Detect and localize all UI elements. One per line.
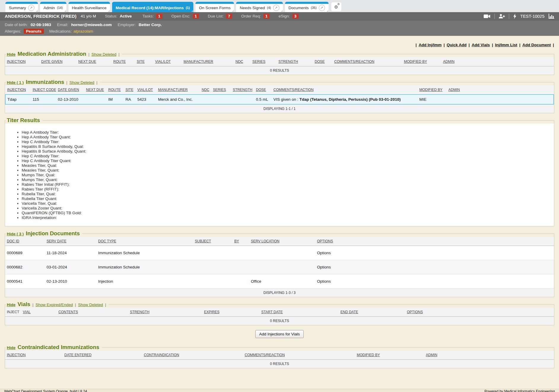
column-header-label[interactable]: ADMIN [443, 60, 455, 64]
table-cell: 5423 [136, 95, 156, 104]
column-header-label[interactable]: MODIFIED BY [404, 60, 427, 64]
displaying-row: DISPLAYING 1-3 / 3 [5, 289, 554, 297]
legend-link-show-expired-ended[interactable]: Show Expired/Ended [36, 303, 73, 307]
bar-chart-icon[interactable] [548, 14, 554, 19]
column-header: DOC ID [5, 237, 45, 246]
column-header-label[interactable]: STRENGTH [130, 310, 149, 314]
column-header-label[interactable]: VIAL/LOT [137, 88, 153, 92]
column-header-label[interactable]: BY [234, 239, 239, 243]
column-header-label[interactable]: MODIFIED BY [357, 353, 380, 357]
stat-count-badge[interactable]: 3 [292, 14, 299, 19]
column-header: INJECTION [5, 85, 31, 95]
column-header-label[interactable]: SITE [125, 88, 133, 92]
action-link-add-inj-imm[interactable]: Add Inj/Imm [419, 43, 442, 47]
column-header: INJECTION [5, 57, 39, 66]
column-header-label[interactable]: STRENGTH [278, 60, 298, 64]
column-header-label[interactable]: START DATE [261, 310, 283, 314]
hide-link[interactable]: Hide ( 3 ) [7, 232, 24, 236]
column-header-label[interactable]: DATE GIVEN [58, 88, 79, 92]
settings-gear-button[interactable]: ⚙⚙ [331, 2, 341, 11]
column-header-label[interactable]: ADMIN [426, 353, 437, 357]
legend-link-show-deleted[interactable]: Show Deleted [69, 80, 94, 85]
column-header-label[interactable]: MODIFIED BY [419, 88, 442, 92]
column-header-label[interactable]: OPTIONS [317, 239, 333, 243]
column-header-label[interactable]: COMMENTS/REACTION [334, 60, 374, 64]
column-header-label[interactable]: CONTRAINDICATION [144, 353, 179, 357]
action-link-add-document[interactable]: Add Document [522, 43, 551, 47]
column-header-label[interactable]: DOSE [315, 60, 325, 64]
column-header-label[interactable]: NEXT DUE [86, 88, 104, 92]
tab[interactable]: Documents(35)↗ [285, 2, 329, 12]
column-header-label[interactable]: VIAL/LOT [155, 60, 171, 64]
stat-count-badge[interactable]: 1 [193, 14, 199, 19]
column-header-label[interactable]: DOSE [256, 88, 266, 92]
tab[interactable]: On Screen Forms [195, 2, 234, 12]
column-header-label[interactable]: ROUTE [113, 60, 126, 64]
add-user-icon[interactable] [499, 14, 505, 19]
column-header-label[interactable]: NDC [202, 88, 209, 92]
column-header-label[interactable]: STRENGTH [233, 88, 252, 92]
tab[interactable]: Health Surveillance [69, 2, 110, 12]
add-injections-for-vials-button[interactable]: Add Injections for Vials [255, 330, 304, 338]
column-header-label[interactable]: DOC TYPE [98, 239, 116, 243]
column-header-label[interactable]: END DATE [340, 310, 358, 314]
column-header-label[interactable]: SERIES [252, 60, 265, 64]
medication-value[interactable]: alprazolam [74, 29, 93, 33]
column-header-label[interactable]: SITE [137, 60, 145, 64]
column-header: SERIES [251, 57, 277, 66]
options-link[interactable]: Options [317, 265, 331, 269]
separator: | [518, 43, 521, 47]
allergy-badge[interactable]: Peanuts [24, 29, 44, 34]
column-header-label[interactable]: SERV LOCATION [251, 239, 279, 243]
column-header-label[interactable]: INJECT CODE [33, 88, 56, 92]
options-link[interactable]: Options [317, 279, 331, 284]
column-header-label[interactable]: ROUTE [108, 88, 121, 92]
options-link[interactable]: Options [317, 251, 331, 255]
open-external-icon[interactable]: ↗ [28, 5, 34, 11]
column-header: SITE [135, 57, 153, 66]
column-header-label[interactable]: NDC [235, 60, 243, 64]
column-header-label[interactable]: VIAL [23, 310, 31, 314]
action-link-add-vials[interactable]: Add Vials [472, 43, 490, 47]
column-header-label[interactable]: INJECTION [7, 60, 26, 64]
action-link-inj-imm-list[interactable]: Inj/Imm List [495, 43, 517, 47]
column-header-label[interactable]: SERIES [213, 88, 226, 92]
column-header-label[interactable]: DOC ID [7, 239, 19, 243]
column-header: ROUTE [106, 85, 124, 95]
column-header-label[interactable]: MANUFACTURER [184, 60, 213, 64]
tab[interactable]: Medical Record (14):MAR/Injections(1) [112, 2, 193, 12]
stat-count-badge[interactable]: 1 [263, 14, 270, 19]
table-row[interactable]: Tdap11502-13-2010IMRA5423Merck and Co., … [5, 95, 554, 104]
legend-link-show-deleted[interactable]: Show Deleted [91, 52, 116, 57]
column-header-label[interactable]: OPTIONS [407, 310, 423, 314]
column-header-label[interactable]: INJECTION [7, 88, 26, 92]
tab[interactable]: Admin(14) [40, 2, 66, 12]
column-header-label[interactable]: MANUFACTURER [158, 88, 188, 92]
tab[interactable]: Summary↗ [5, 2, 38, 12]
column-header-label[interactable]: DATE ENTERED [64, 353, 92, 357]
column-header-label[interactable]: CONTENTS [58, 310, 78, 314]
column-header: MODIFIED BY [418, 85, 447, 95]
stat-count-badge[interactable]: 1 [156, 14, 162, 19]
open-external-icon[interactable]: ↗ [273, 5, 279, 11]
hide-link[interactable]: Hide [7, 52, 15, 57]
video-camera-icon[interactable] [484, 14, 490, 18]
hide-link[interactable]: Hide ( 1 ) [7, 80, 24, 85]
stat-count-badge[interactable]: 7 [226, 14, 232, 19]
action-link-quick-add[interactable]: Quick Add [447, 43, 466, 47]
column-header-label[interactable]: COMMENTS/REACTION [273, 88, 313, 92]
tab[interactable]: Needs Signed(4)↗ [236, 2, 283, 12]
column-header-label[interactable]: EXPIRES [204, 310, 219, 314]
lightning-bolt-icon[interactable] [513, 14, 517, 19]
open-external-icon[interactable]: ↗ [319, 5, 325, 11]
column-header-label[interactable]: SUBJECT [195, 239, 211, 243]
hide-link[interactable]: Hide [7, 345, 15, 350]
hide-link[interactable]: Hide [7, 303, 15, 307]
column-header-label[interactable]: SERV DATE [47, 239, 66, 243]
column-header-label[interactable]: NEXT DUE [78, 60, 96, 64]
column-header-label[interactable]: INJECTION [7, 353, 26, 357]
column-header-label[interactable]: COMMENTS/REACTION [245, 353, 285, 357]
legend-link-show-deleted[interactable]: Show Deleted [78, 303, 103, 307]
column-header-label[interactable]: DATE GIVEN [41, 60, 63, 64]
column-header-label[interactable]: ADMIN [448, 88, 460, 92]
